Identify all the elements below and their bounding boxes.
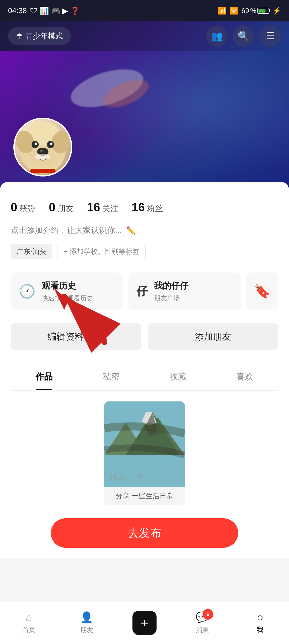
bio-section[interactable]: 点击添加介绍，让大家认识你... ✏️ [11,225,278,236]
bookmark-icon: 🔖 [254,283,271,299]
history-title: 观看历史 [42,280,115,292]
stat-friends[interactable]: 0 朋友 [49,201,73,214]
messages-badge: 6 [203,609,213,620]
svg-rect-12 [30,169,55,173]
umbrella-icon: ☂ [16,32,23,41]
friends-label: 朋友 [58,203,74,214]
search-button[interactable]: 🔍 [233,25,254,47]
feature-card-zaizai-text: 我的仔仔 朋友广场 [154,280,233,302]
followers-number: 16 [132,201,145,214]
feature-card-zaizai[interactable]: 仔 我的仔仔 朋友广场 [128,273,241,310]
header-icon-group: 👥 🔍 ☰ [206,25,281,47]
action-buttons-wrapper: 编辑资料 80% 添加朋友 [11,323,278,350]
status-bar: 04:38 🛡 📊 🎮 ▶ ❓ 📶 🛜 69% ⚡ [0,0,289,21]
status-icons: 🛡 📊 🎮 ▶ ❓ [30,6,80,15]
battery-percent: 69 [241,7,249,15]
youth-mode-label: 青少年模式 [25,31,63,41]
publish-button[interactable]: 去发布 [51,518,238,548]
app-header: ☂ 青少年模式 👥 🔍 ☰ [0,21,289,51]
feature-card-history[interactable]: 🕐 观看历史 快速找到观看历史 [11,273,123,310]
likes-label: 获赞 [19,203,35,214]
following-number: 16 [87,201,100,214]
add-friend-label: 添加朋友 [195,331,231,343]
svg-text:∫ 纵真: ∫ 纵真 [109,474,125,481]
youth-mode-button[interactable]: ☂ 青少年模式 [8,27,71,45]
bio-text: 点击添加介绍，让大家认识你... [11,225,122,236]
search-icon: 🔍 [238,30,250,42]
tab-private-label: 私密 [102,372,120,381]
home-icon: ⌂ [26,611,32,623]
nav-friends[interactable]: 👤 朋友 [58,611,116,634]
nav-home[interactable]: ⌂ 首页 [0,611,58,634]
friends-nav-icon: 👤 [80,611,93,624]
action-buttons: 编辑资料 80% 添加朋友 [11,323,278,350]
svg-text:生: 生 [136,474,142,480]
post-image: ∫ 纵真 生 [104,401,185,487]
tabs-row: 作品 私密 收藏 喜欢 [11,363,278,391]
profile-avatar[interactable] [13,118,72,177]
svg-point-9 [35,143,37,145]
edit-profile-label: 编辑资料 80% [47,331,105,343]
plus-icon: + [140,615,148,631]
tab-collections[interactable]: 收藏 [144,363,211,390]
dog-avatar-svg [15,118,71,177]
zaizai-subtitle: 朋友广场 [154,294,233,302]
home-label: 首页 [22,626,35,634]
add-friend-button[interactable]: 添加朋友 [148,323,278,350]
menu-button[interactable]: ☰ [260,25,281,47]
profile-card: 0 获赞 0 朋友 16 关注 16 粉丝 点击添加介绍，让大家认识你... ✏… [0,182,289,391]
post-caption: 分享 一些生活日常 [104,487,185,505]
bottom-nav: ⌂ 首页 👤 朋友 + 💬 6 消息 ○ 我 [0,601,289,644]
status-time: 04:38 [8,6,27,15]
signal-icon: 📶 [218,7,226,15]
messages-badge-wrapper: 💬 6 [196,611,209,624]
feature-cards: 🕐 观看历史 快速找到观看历史 仔 我的仔仔 朋友广场 🔖 [11,273,278,310]
stat-likes[interactable]: 0 获赞 [11,201,35,214]
followers-label: 粉丝 [147,203,163,214]
profile-cover [0,51,289,190]
plus-button[interactable]: + [132,611,157,635]
svg-point-6 [40,150,43,152]
bolt-icon: ⚡ [272,7,281,15]
tab-works[interactable]: 作品 [11,363,78,390]
avatar-image [15,119,71,175]
status-right: 📶 🛜 69% ⚡ [218,7,281,15]
feature-card-bookmark[interactable]: 🔖 [246,273,278,310]
post-image-svg: ∫ 纵真 生 [104,401,185,487]
tab-works-label: 作品 [36,372,53,381]
tab-likes[interactable]: 喜欢 [211,363,278,390]
location-tag[interactable]: 广东·汕头 [11,244,52,259]
zaizai-icon: 仔 [136,284,148,299]
stat-following[interactable]: 16 关注 [87,201,118,214]
following-label: 关注 [102,203,118,214]
friends-button[interactable]: 👥 [206,25,227,47]
stat-followers[interactable]: 16 粉丝 [132,201,163,214]
tags-row: 广东·汕头 + 添加学校、性别等标签 [11,244,278,259]
nav-plus[interactable]: + [116,611,173,635]
battery-indicator: 69% [241,7,269,15]
likes-number: 0 [11,201,17,214]
svg-point-11 [35,154,50,160]
tab-likes-label: 喜欢 [236,372,253,381]
add-tag-button[interactable]: + 添加学校、性别等标签 [58,244,145,259]
post-card[interactable]: ∫ 纵真 生 分享 一些生活日常 [104,401,185,505]
edit-profile-button[interactable]: 编辑资料 80% [11,323,141,350]
history-subtitle: 快速找到观看历史 [42,294,115,302]
zaizai-title: 我的仔仔 [154,280,233,292]
content-area: ∫ 纵真 生 分享 一些生活日常 去发布 [0,391,289,558]
me-label: 我 [257,626,263,634]
nav-me[interactable]: ○ 我 [231,611,289,634]
feature-card-history-text: 观看历史 快速找到观看历史 [42,280,115,302]
publish-label: 去发布 [128,527,161,539]
status-left: 04:38 🛡 📊 🎮 ▶ ❓ [8,6,80,15]
friends-nav-label: 朋友 [80,626,93,634]
messages-label: 消息 [196,626,209,634]
menu-icon: ☰ [266,30,275,42]
tab-collections-label: 收藏 [169,372,187,381]
friends-icon: 👥 [211,30,223,42]
tab-private[interactable]: 私密 [78,363,144,390]
stats-row: 0 获赞 0 朋友 16 关注 16 粉丝 [11,195,278,225]
wifi-icon: 🛜 [230,7,238,15]
me-icon: ○ [257,611,263,623]
nav-messages[interactable]: 💬 6 消息 [173,611,231,634]
